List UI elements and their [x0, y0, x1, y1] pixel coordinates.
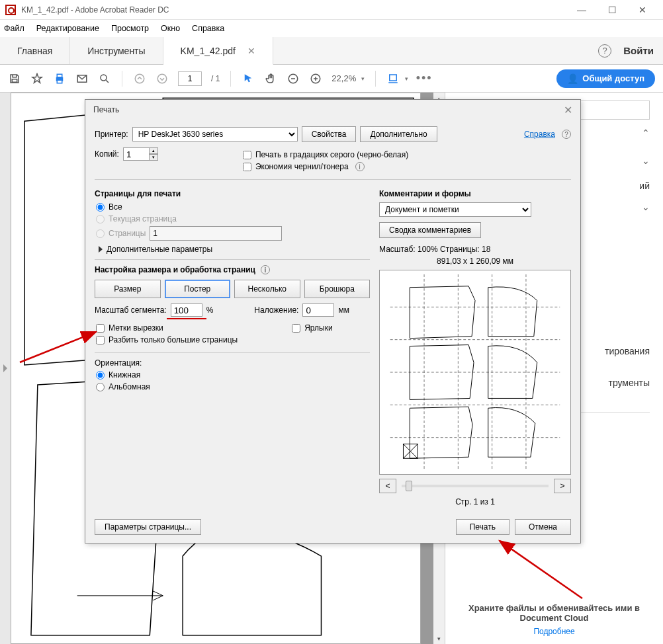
- zoom-in-icon[interactable]: [309, 72, 322, 85]
- close-tab-icon[interactable]: ✕: [247, 46, 255, 56]
- summary-button[interactable]: Сводка комментариев: [379, 222, 481, 238]
- fit-width-icon[interactable]: [386, 72, 400, 85]
- page-number-input[interactable]: [178, 71, 202, 86]
- copies-input[interactable]: [123, 147, 150, 161]
- fit-dropdown-icon[interactable]: ▾: [405, 75, 408, 82]
- collapse-down-icon[interactable]: ⌄: [642, 155, 650, 166]
- cloud-promo-text: Храните файлы и обменивайтесь ими в Docu…: [459, 603, 650, 623]
- sizing-group-title: Настройка размера и обработка страниц: [95, 265, 255, 274]
- grayscale-label: Печать в градациях серого (черно-белая): [255, 150, 408, 159]
- scroll-down-icon[interactable]: ▾: [433, 633, 445, 644]
- dialog-title: Печать: [93, 105, 119, 114]
- mail-icon[interactable]: [75, 72, 89, 85]
- printer-label: Принтер:: [95, 130, 128, 139]
- preview-prev-button[interactable]: <: [379, 479, 396, 493]
- dialog-titlebar: Печать ✕: [85, 100, 580, 120]
- sizing-help-icon[interactable]: i: [261, 265, 270, 274]
- poster-button[interactable]: Постер: [165, 280, 231, 298]
- save-ink-checkbox[interactable]: [243, 163, 251, 171]
- page-total-label: / 1: [211, 74, 220, 83]
- cut-marks-checkbox[interactable]: [96, 324, 105, 333]
- menu-view[interactable]: Просмотр: [111, 24, 149, 33]
- triangle-right-icon: [99, 246, 103, 253]
- overlap-label: Наложение:: [254, 305, 298, 315]
- copies-down[interactable]: ▾: [149, 154, 158, 161]
- menu-help[interactable]: Справка: [192, 24, 224, 33]
- tab-tools[interactable]: Инструменты: [70, 37, 163, 64]
- segment-scale-input[interactable]: [171, 303, 202, 317]
- menu-file[interactable]: Файл: [4, 24, 24, 33]
- tabbar: Главная Инструменты KM_1_42.pdf ✕ ? Войт…: [0, 37, 663, 65]
- dialog-close-icon[interactable]: ✕: [564, 104, 572, 116]
- multiple-button[interactable]: Несколько: [234, 280, 300, 298]
- svg-rect-0: [12, 79, 17, 82]
- size-button[interactable]: Размер: [95, 280, 161, 298]
- booklet-button[interactable]: Брошюра: [304, 280, 371, 298]
- pages-current-radio: [96, 215, 105, 223]
- tab-document[interactable]: KM_1_42.pdf ✕: [163, 37, 273, 65]
- portrait-radio[interactable]: [96, 371, 105, 380]
- pointer-icon[interactable]: [242, 72, 255, 85]
- printer-select[interactable]: HP DeskJet 3630 series: [132, 127, 298, 141]
- overlap-input[interactable]: [302, 303, 334, 317]
- more-options-expand[interactable]: Дополнительные параметры: [99, 245, 370, 254]
- help-link[interactable]: Справка: [524, 130, 555, 139]
- svg-point-6: [135, 74, 144, 83]
- scale-info-label: Масштаб: 100% Страницы: 18: [379, 245, 571, 254]
- app-icon: [5, 5, 16, 15]
- pages-range-radio: [96, 229, 105, 238]
- properties-button[interactable]: Свойства: [302, 126, 357, 142]
- share-button[interactable]: 👤 Общий доступ: [556, 69, 655, 88]
- cancel-button[interactable]: Отмена: [515, 519, 571, 535]
- copies-label: Копий:: [95, 149, 119, 159]
- pages-range-input[interactable]: [150, 226, 282, 241]
- share-user-icon: 👤: [567, 73, 578, 84]
- save-icon[interactable]: [8, 72, 21, 85]
- landscape-radio[interactable]: [96, 383, 105, 391]
- pages-all-radio[interactable]: [96, 203, 105, 212]
- cloud-learn-more-link[interactable]: Подробнее: [459, 627, 650, 636]
- menu-window[interactable]: Окно: [161, 24, 180, 33]
- pages-group-title: Страницы для печати: [95, 189, 370, 198]
- search-icon[interactable]: [98, 72, 111, 85]
- zoom-out-icon[interactable]: [287, 72, 300, 85]
- star-icon[interactable]: [30, 72, 44, 85]
- more-icon[interactable]: •••: [418, 72, 431, 85]
- toolbar: / 1 22,2% ▾ ▾ ••• 👤 Общий доступ: [0, 65, 663, 93]
- comments-select[interactable]: Документ и пометки: [379, 202, 531, 217]
- svg-rect-3: [57, 80, 62, 83]
- maximize-button[interactable]: ☐: [597, 0, 627, 20]
- large-only-checkbox[interactable]: [96, 336, 105, 344]
- page-down-icon[interactable]: [155, 72, 169, 85]
- window-title: KM_1_42.pdf - Adobe Acrobat Reader DC: [21, 5, 169, 15]
- advanced-button[interactable]: Дополнительно: [360, 126, 437, 142]
- paper-size-label: 891,03 x 1 260,09 мм: [379, 257, 571, 266]
- preview-next-button[interactable]: >: [554, 479, 571, 493]
- print-dialog: Печать ✕ Принтер: HP DeskJet 3630 series…: [85, 99, 581, 543]
- signin-button[interactable]: Войти: [623, 45, 654, 56]
- help-icon[interactable]: ?: [562, 130, 571, 139]
- svg-point-5: [101, 75, 107, 81]
- page-up-icon[interactable]: [133, 72, 146, 85]
- help-icon[interactable]: ?: [598, 44, 611, 58]
- zoom-level-label[interactable]: 22,2%: [332, 73, 356, 83]
- menu-edit[interactable]: Редактирование: [36, 24, 99, 33]
- svg-rect-10: [390, 75, 397, 81]
- print-button[interactable]: Печать: [456, 519, 509, 535]
- labels-checkbox[interactable]: [292, 324, 300, 333]
- minimize-button[interactable]: —: [566, 0, 597, 20]
- zoom-dropdown-icon[interactable]: ▾: [361, 75, 365, 82]
- chevron-down-icon[interactable]: ⌄: [642, 202, 650, 212]
- collapse-up-icon[interactable]: ⌃: [642, 128, 650, 138]
- left-panel-toggle[interactable]: [0, 93, 11, 644]
- save-ink-help-icon[interactable]: i: [355, 162, 365, 171]
- copies-up[interactable]: ▴: [149, 147, 158, 154]
- tab-home[interactable]: Главная: [0, 37, 70, 64]
- grayscale-checkbox[interactable]: [243, 151, 251, 159]
- hand-icon[interactable]: [264, 72, 277, 85]
- print-icon[interactable]: [53, 72, 66, 85]
- page-setup-button[interactable]: Параметры страницы...: [95, 519, 201, 535]
- close-button[interactable]: ✕: [627, 0, 658, 20]
- segment-scale-label: Масштаб сегмента:: [95, 305, 167, 315]
- preview-slider[interactable]: [402, 485, 549, 487]
